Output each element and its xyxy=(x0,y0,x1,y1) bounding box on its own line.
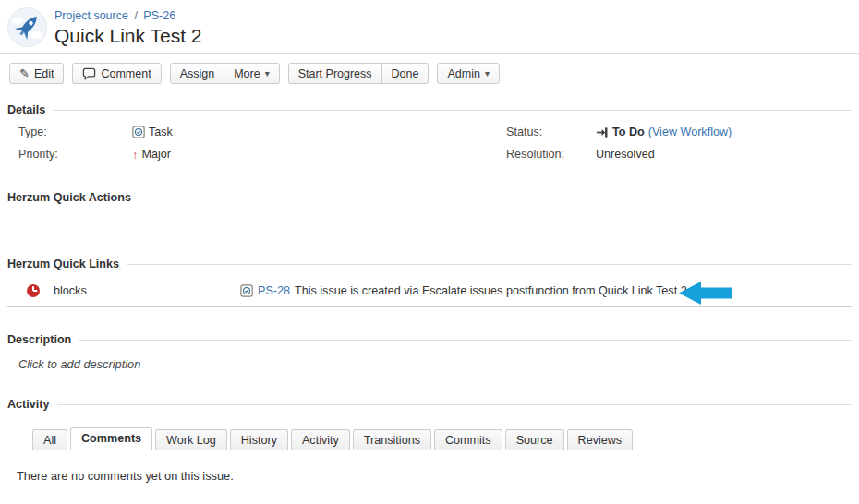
quick-links-heading: Herzum Quick Links xyxy=(7,258,852,270)
blocks-link-type-icon xyxy=(26,283,41,298)
link-type-label: blocks xyxy=(54,284,87,297)
details-module: Details Type: Task Priority: ↑ Maj xyxy=(0,103,859,169)
speech-bubble-icon xyxy=(82,67,96,80)
priority-major-icon: ↑ xyxy=(132,148,139,162)
tab-work-log[interactable]: Work Log xyxy=(155,429,227,450)
tab-commits[interactable]: Commits xyxy=(434,429,502,450)
edit-button-label: Edit xyxy=(34,67,54,80)
type-field: Type: Task xyxy=(18,125,443,139)
page-title: Quick Link Test 2 xyxy=(54,25,202,47)
priority-field: Priority: ↑ Major xyxy=(18,147,443,162)
linked-issue-summary: This issue is created via Escalate issue… xyxy=(295,284,687,297)
tab-transitions[interactable]: Transitions xyxy=(353,429,431,450)
type-value: Task xyxy=(149,126,173,138)
activity-tabs: All Comments Work Log History Activity T… xyxy=(7,411,852,450)
status-label: Status: xyxy=(506,126,596,138)
description-heading: Description xyxy=(7,333,852,346)
quick-actions-heading: Herzum Quick Actions xyxy=(7,191,852,204)
details-left-column: Type: Task Priority: ↑ Major xyxy=(18,125,443,169)
details-heading-label: Details xyxy=(7,103,45,116)
comment-button-label: Comment xyxy=(101,67,151,80)
description-heading-label: Description xyxy=(7,333,71,346)
admin-button-label: Admin xyxy=(447,67,479,80)
quick-actions-empty-area xyxy=(7,204,852,258)
activity-heading-label: Activity xyxy=(7,398,50,411)
details-heading: Details xyxy=(7,103,852,116)
more-dropdown-button[interactable]: More ▾ xyxy=(224,63,280,84)
more-button-label: More xyxy=(234,67,260,80)
tab-source[interactable]: Source xyxy=(505,429,564,450)
pencil-icon: ✎ xyxy=(19,67,30,79)
description-module: Description Click to add description xyxy=(0,333,859,371)
done-button-label: Done xyxy=(392,67,419,80)
breadcrumb: Project source / PS-26 xyxy=(54,9,202,22)
assign-button-label: Assign xyxy=(180,67,215,80)
quick-links-heading-label: Herzum Quick Links xyxy=(7,258,119,270)
tab-reviews[interactable]: Reviews xyxy=(567,429,634,450)
done-button[interactable]: Done xyxy=(381,63,430,84)
type-label: Type: xyxy=(18,126,132,138)
tab-comments[interactable]: Comments xyxy=(70,427,152,450)
annotation-arrow-left-icon xyxy=(679,281,736,306)
quick-actions-module: Herzum Quick Actions xyxy=(0,191,859,258)
chevron-down-icon: ▾ xyxy=(265,69,270,78)
assign-button[interactable]: Assign xyxy=(170,63,225,84)
transition-group: Start Progress Done xyxy=(288,63,430,84)
task-type-icon xyxy=(240,284,253,297)
resolution-field: Resolution: Unresolved xyxy=(506,147,732,162)
resolution-value: Unresolved xyxy=(596,148,655,161)
tab-history[interactable]: History xyxy=(230,429,288,450)
status-value: To Do xyxy=(612,126,645,138)
status-field: Status: To Do (View Workflow) xyxy=(506,125,732,139)
details-right-column: Status: To Do (View Workflow) Resolution… xyxy=(506,125,732,169)
no-comments-message: There are no comments yet on this issue. xyxy=(7,450,852,483)
breadcrumb-issue-key-link[interactable]: PS-26 xyxy=(143,9,175,22)
comment-footer: Comment xyxy=(0,483,859,504)
quick-link-row: blocks PS-28 This issue is created via E… xyxy=(7,280,852,307)
activity-module: Activity All Comments Work Log History A… xyxy=(0,398,859,483)
quick-links-module: Herzum Quick Links blocks PS-28 This iss… xyxy=(0,258,859,307)
issue-header: Project source / PS-26 Quick Link Test 2 xyxy=(0,0,859,54)
rocket-icon xyxy=(8,7,46,47)
workflow-ops-group: Assign More ▾ xyxy=(170,63,280,84)
quick-actions-heading-label: Herzum Quick Actions xyxy=(7,191,131,204)
todo-status-icon xyxy=(596,126,609,138)
edit-button[interactable]: ✎ Edit xyxy=(9,63,64,84)
start-progress-label: Start Progress xyxy=(298,67,372,80)
task-type-icon xyxy=(132,126,145,138)
tab-activity[interactable]: Activity xyxy=(291,429,350,450)
breadcrumb-separator: / xyxy=(134,9,137,22)
resolution-label: Resolution: xyxy=(506,148,596,161)
comment-button[interactable]: Comment xyxy=(72,63,161,84)
start-progress-button[interactable]: Start Progress xyxy=(288,63,382,84)
priority-label: Priority: xyxy=(18,148,132,161)
linked-issue-key-link[interactable]: PS-28 xyxy=(258,284,290,297)
admin-dropdown-button[interactable]: Admin ▾ xyxy=(437,63,499,84)
tab-all[interactable]: All xyxy=(32,429,67,450)
activity-heading: Activity xyxy=(7,398,852,411)
priority-value: Major xyxy=(142,148,172,161)
chevron-down-icon: ▾ xyxy=(485,69,490,78)
breadcrumb-project-link[interactable]: Project source xyxy=(54,9,128,22)
project-avatar xyxy=(7,7,47,47)
issue-toolbar: ✎ Edit Comment Assign More ▾ Start Progr… xyxy=(0,54,859,84)
view-workflow-link[interactable]: (View Workflow) xyxy=(648,126,732,138)
description-placeholder[interactable]: Click to add description xyxy=(7,346,852,371)
